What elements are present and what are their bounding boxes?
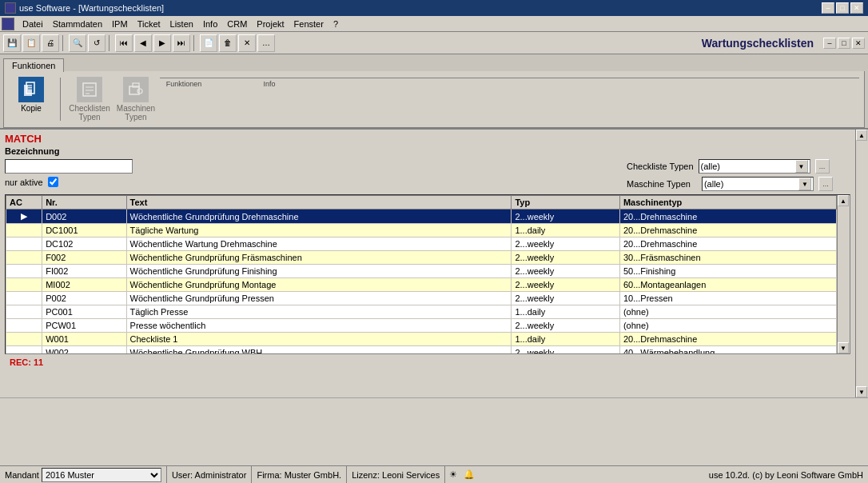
ribbon-btn-checklisten-typen[interactable]: ChecklistenTypen (67, 74, 112, 124)
menu-datei[interactable]: Datei (18, 18, 48, 30)
menu-ticket[interactable]: Ticket (133, 18, 165, 30)
maschine-typen-combo[interactable]: (alle) ▼ (702, 177, 814, 191)
main-area: MATCH Bezeichnung nur aktive Checkliste … (0, 130, 868, 397)
table-row[interactable]: MI002 Wöchentliche Grundprüfung Montage … (6, 278, 837, 292)
menu-fenster[interactable]: Fenster (289, 18, 328, 30)
table-row[interactable]: W002 Wöchentliche Grundprüfung WBH 2...w… (6, 346, 837, 354)
bezeichnung-label: Bezeichnung (5, 146, 850, 156)
table-scroll-area[interactable]: AC Nr. Text Typ Maschinentyp ▶ D002 Wöch… (6, 195, 837, 353)
table-row[interactable]: W001 Checkliste 1 1...daily 20...Drehmas… (6, 333, 837, 346)
bezeichnung-input[interactable] (5, 159, 133, 174)
maschinen-typen-label: MaschinenTypen (117, 104, 155, 122)
table-row[interactable]: PCW01 Presse wöchentlich 2...weekly (ohn… (6, 319, 837, 333)
cell-maschinentyp: 60...Montageanlagen (619, 278, 836, 292)
menu-crm[interactable]: CRM (222, 18, 252, 30)
filter-area: nur aktive Checkliste Typen (alle) ▼ … M… (5, 159, 850, 191)
checkliste-typen-label: Checkliste Typen (627, 162, 694, 171)
tb-copy[interactable]: 📋 (22, 34, 40, 52)
tb-new[interactable]: 📄 (200, 34, 217, 52)
tb-first[interactable]: ⏮ (115, 34, 133, 52)
ribbon-btn-kopie[interactable]: Kopie (9, 74, 54, 115)
tb-cancel[interactable]: ✕ (238, 34, 256, 52)
table-row[interactable]: FI002 Wöchentliche Grundprüfung Finishin… (6, 265, 837, 278)
filter-right: Checkliste Typen (alle) ▼ … Maschine Typ… (627, 159, 850, 191)
tb-print[interactable]: 🖨 (42, 34, 59, 52)
minimize-button[interactable]: – (822, 2, 834, 14)
close-button[interactable]: ✕ (850, 2, 863, 14)
restore-button[interactable]: □ (836, 2, 849, 14)
checkliste-typen-combo[interactable]: (alle) ▼ (699, 159, 810, 174)
status-mandant: Mandant 2016 Muster (0, 466, 167, 483)
cell-ac (6, 238, 42, 251)
tb-save[interactable]: 💾 (3, 34, 21, 52)
menu-projekt[interactable]: Projekt (252, 18, 289, 30)
toolbar: 💾 📋 🖨 🔍 ↺ ⏮ ◀ ▶ ⏭ 📄 🗑 ✕ … Wartungscheckl… (0, 32, 868, 54)
cell-maschinentyp: 20...Drehmaschine (619, 238, 836, 251)
inner-restore[interactable]: □ (838, 38, 850, 49)
cell-nr: MI002 (42, 278, 126, 292)
table-row[interactable]: PC001 Täglich Presse 1...daily (ohne) (6, 305, 837, 319)
content-area: MATCH Bezeichnung nur aktive Checkliste … (0, 130, 855, 397)
cell-text: Checkliste 1 (126, 333, 512, 346)
cell-text: Wöchentliche Grundprüfung Montage (126, 278, 512, 292)
kopie-label: Kopie (21, 104, 42, 113)
nur-aktive-checkbox[interactable] (48, 177, 58, 187)
nur-aktive-row: nur aktive (5, 177, 619, 187)
tb-prev[interactable]: ◀ (134, 34, 152, 52)
inner-minimize[interactable]: – (823, 38, 836, 49)
filter-left: nur aktive (5, 159, 619, 187)
checkliste-typen-extra[interactable]: … (815, 159, 830, 174)
table-row[interactable]: F002 Wöchentliche Grundprüfung Fräsmasch… (6, 251, 837, 265)
cell-maschinentyp: 20...Drehmaschine (619, 333, 836, 346)
status-firma: Firma: Muster GmbH. (252, 466, 347, 483)
main-scroll-down[interactable]: ▼ (856, 386, 867, 397)
menu-help[interactable]: ? (328, 18, 343, 30)
cell-ac (6, 265, 42, 278)
tb-more[interactable]: … (257, 34, 275, 52)
menu-listen[interactable]: Listen (165, 18, 198, 30)
ribbon-tab-funktionen[interactable]: Funktionen (3, 58, 64, 72)
mandant-select[interactable]: 2016 Muster (42, 468, 161, 482)
maschine-typen-extra[interactable]: … (818, 177, 833, 191)
inner-close[interactable]: ✕ (852, 38, 865, 49)
cell-typ: 2...weekly (512, 292, 620, 305)
maschinen-typen-icon (123, 77, 149, 102)
cell-text: Wöchentliche Wartung Drehmaschine (126, 238, 512, 251)
main-scroll-up[interactable]: ▲ (856, 130, 867, 141)
tb-delete[interactable]: 🗑 (219, 34, 237, 52)
title-bar-left: use Software - [Wartungschecklisten] (5, 2, 164, 14)
cell-ac (6, 251, 42, 265)
main-scrollbar[interactable]: ▲ ▼ (855, 130, 868, 397)
cell-nr: FI002 (42, 265, 126, 278)
cell-typ: 2...weekly (512, 278, 620, 292)
tb-search[interactable]: 🔍 (69, 34, 86, 52)
menu-info[interactable]: Info (198, 18, 222, 30)
checklisten-typen-label: ChecklistenTypen (69, 104, 110, 122)
ribbon-section-funktionen: Funktionen (160, 80, 208, 88)
scroll-down[interactable]: ▼ (838, 342, 849, 353)
cell-maschinentyp: 30...Fräsmaschinen (619, 251, 836, 265)
table-row[interactable]: DC102 Wöchentliche Wartung Drehmaschine … (6, 238, 837, 251)
status-icon2: 🔔 (461, 469, 477, 480)
col-text: Text (126, 196, 512, 210)
cell-nr: W001 (42, 333, 126, 346)
menu-ipm[interactable]: IPM (107, 18, 133, 30)
cell-maschinentyp: 10...Pressen (619, 292, 836, 305)
kopie-icon (18, 77, 44, 102)
cell-ac (6, 278, 42, 292)
table-row[interactable]: DC1001 Tägliche Wartung 1...daily 20...D… (6, 224, 837, 238)
table-row[interactable]: ▶ D002 Wöchentliche Grundprüfung Drehmas… (6, 210, 837, 224)
tb-last[interactable]: ⏭ (173, 34, 190, 52)
cell-nr: P002 (42, 292, 126, 305)
cell-typ: 1...daily (512, 305, 620, 319)
table-scrollbar[interactable]: ▲ ▼ (837, 195, 850, 353)
ribbon-btn-maschinen-typen[interactable]: MaschinenTypen (113, 74, 158, 124)
tb-next[interactable]: ▶ (153, 34, 171, 52)
maschine-typen-dropdown[interactable]: ▼ (798, 178, 811, 190)
menu-stammdaten[interactable]: Stammdaten (48, 18, 107, 30)
table-row[interactable]: P002 Wöchentliche Grundprüfung Pressen 2… (6, 292, 837, 305)
checkliste-typen-dropdown[interactable]: ▼ (795, 160, 808, 173)
tb-refresh[interactable]: ↺ (88, 34, 106, 52)
mandant-label: Mandant (5, 470, 39, 480)
scroll-up[interactable]: ▲ (838, 195, 849, 206)
